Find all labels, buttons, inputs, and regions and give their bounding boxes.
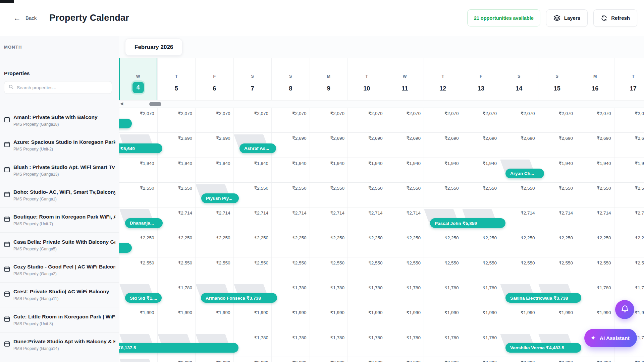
calendar-cell[interactable]: ₹2,690: [500, 133, 538, 157]
calendar-cell[interactable]: ₹2,070: [271, 108, 310, 132]
calendar-cell[interactable]: ₹2,070: [310, 108, 348, 132]
calendar-cell[interactable]: ₹1,780: [233, 332, 272, 357]
booking-bar[interactable]: [119, 119, 132, 128]
back-button[interactable]: ← Back: [13, 14, 37, 22]
calendar-cell[interactable]: ₹2,250: [195, 232, 233, 257]
calendar-cell[interactable]: ₹2,550: [614, 257, 644, 282]
property-list-item[interactable]: Crest: Private Studio| AC WiFi BalconyPM…: [0, 282, 119, 307]
calendar-cell[interactable]: ₹2,550: [500, 257, 538, 282]
calendar-cell[interactable]: ₹2,550: [157, 257, 196, 282]
calendar-cell[interactable]: ₹2,550: [233, 257, 272, 282]
calendar-cell[interactable]: ₹1,990: [195, 307, 233, 331]
calendar-cell[interactable]: ₹2,690: [538, 357, 576, 362]
calendar-cell[interactable]: ₹2,550: [614, 183, 644, 207]
calendar-cell[interactable]: ₹2,550: [500, 183, 538, 207]
opportunities-badge[interactable]: 21 opportunities available: [467, 9, 540, 26]
search-properties-input[interactable]: [17, 85, 108, 90]
calendar-cell[interactable]: ₹2,690: [271, 133, 310, 157]
calendar-cell[interactable]: ₹1,780: [462, 332, 500, 357]
calendar-cell[interactable]: ₹2,250: [500, 232, 538, 257]
property-list-item[interactable]: Azure: Spacious Studio in Koregaon Park …: [0, 133, 119, 158]
refresh-button[interactable]: Refresh: [593, 9, 637, 27]
calendar-cell[interactable]: ₹1,940: [538, 158, 576, 182]
property-list-item[interactable]: Cozy Studio - Good Feel | AC WiFi Balcon…: [0, 257, 119, 282]
property-list-item[interactable]: Amani: Private Suite with BalconyPMS Pro…: [0, 108, 119, 133]
booking-bar[interactable]: Ashraf As...: [239, 143, 276, 153]
calendar-cell[interactable]: ₹2,250: [347, 232, 386, 257]
calendar-cell[interactable]: ₹2,550: [386, 257, 424, 282]
calendar-cell[interactable]: ₹2,690: [462, 357, 500, 362]
calendar-cell[interactable]: ₹1,780: [310, 282, 348, 307]
calendar-cell[interactable]: ₹2,690: [347, 133, 386, 157]
property-list-item[interactable]: Boutique: Room in Koregaon Park WiFi, Ac…: [0, 207, 119, 232]
calendar-cell[interactable]: ₹2,550: [576, 183, 614, 207]
calendar-cell[interactable]: ₹2,690: [614, 133, 644, 157]
calendar-cell[interactable]: ₹2,250: [424, 232, 462, 257]
calendar-cell[interactable]: ₹2,070: [538, 108, 576, 132]
property-list-item[interactable]: Cute: Little Room in Koregaon Park | WiF…: [0, 307, 119, 332]
booking-bar[interactable]: Armando Fonseca ₹3,738: [201, 293, 277, 303]
calendar-cell[interactable]: ₹2,690: [271, 357, 310, 362]
booking-bar[interactable]: Sid Sid ₹1,...: [125, 293, 162, 303]
calendar-cell[interactable]: ₹2,690: [347, 357, 386, 362]
calendar-cell[interactable]: ₹2,550: [347, 183, 386, 207]
back-arrow-icon[interactable]: ←: [13, 14, 21, 22]
layers-button[interactable]: Layers: [546, 9, 588, 27]
back-label[interactable]: Back: [25, 15, 37, 21]
calendar-cell[interactable]: ₹2,550: [271, 257, 310, 282]
calendar-cell[interactable]: ₹2,250: [538, 232, 576, 257]
calendar-cell[interactable]: ₹1,780: [424, 332, 462, 357]
property-list-item[interactable]: [0, 357, 119, 362]
calendar-cell[interactable]: ₹2,690: [576, 133, 614, 157]
calendar-cell[interactable]: ₹1,780: [576, 282, 614, 307]
day-column-header-12[interactable]: T12: [424, 58, 462, 100]
calendar-cell[interactable]: ₹2,550: [271, 183, 310, 207]
booking-bar[interactable]: Dhananja...: [125, 218, 163, 228]
calendar-cell[interactable]: ₹2,714: [271, 207, 310, 232]
calendar-cell[interactable]: ₹2,250: [386, 232, 424, 257]
calendar-cell[interactable]: ₹1,940: [119, 158, 157, 182]
day-column-header-7[interactable]: S7: [233, 58, 272, 100]
booking-bar[interactable]: i ₹5,649: [119, 143, 162, 153]
day-column-header-15[interactable]: S15: [538, 58, 576, 100]
calendar-cell[interactable]: ₹2,690: [386, 357, 424, 362]
calendar-cell[interactable]: ₹2,714: [538, 207, 576, 232]
calendar-cell[interactable]: ₹2,714: [614, 207, 644, 232]
calendar-cell[interactable]: ₹2,070: [500, 108, 538, 132]
calendar-cell[interactable]: ₹2,250: [233, 232, 272, 257]
calendar-cell[interactable]: ₹1,940: [462, 158, 500, 182]
booking-bar[interactable]: Sakina Electricwala ₹3,738: [505, 293, 581, 303]
calendar-cell[interactable]: ₹1,990: [271, 307, 310, 331]
day-column-header-17[interactable]: T17: [614, 58, 644, 100]
booking-bar[interactable]: Vanshika Verma ₹4,483.5: [505, 343, 581, 353]
calendar-cell[interactable]: ₹2,714: [576, 207, 614, 232]
calendar-cell[interactable]: ₹1,990: [500, 307, 538, 331]
calendar-cell[interactable]: ₹2,550: [538, 183, 576, 207]
calendar-cell[interactable]: ₹2,550: [119, 183, 157, 207]
scrollbar-thumb[interactable]: [149, 102, 161, 106]
calendar-cell[interactable]: ₹2,690: [310, 133, 348, 157]
calendar-cell[interactable]: ₹1,940: [386, 158, 424, 182]
search-properties-box[interactable]: [4, 81, 112, 94]
calendar-cell[interactable]: ₹2,550: [386, 183, 424, 207]
calendar-cell[interactable]: ₹2,690: [195, 133, 233, 157]
calendar-cell[interactable]: ₹2,550: [576, 257, 614, 282]
calendar-cell[interactable]: ₹1,940: [614, 158, 644, 182]
calendar-cell[interactable]: ₹2,550: [157, 183, 196, 207]
calendar-cell[interactable]: ₹2,550: [233, 183, 272, 207]
calendar-cell[interactable]: ₹2,690: [195, 357, 233, 362]
booking-bar[interactable]: ₹8,137.5: [119, 343, 238, 353]
calendar-cell[interactable]: ₹2,714: [157, 207, 196, 232]
calendar-cell[interactable]: ₹1,780: [271, 282, 310, 307]
calendar-cell[interactable]: ₹2,250: [576, 232, 614, 257]
calendar-cell[interactable]: ₹1,780: [157, 282, 196, 307]
calendar-cell[interactable]: ₹1,940: [576, 158, 614, 182]
day-column-header-9[interactable]: M9: [310, 58, 348, 100]
day-column-header-5[interactable]: T5: [157, 58, 196, 100]
calendar-cell[interactable]: ₹1,940: [157, 158, 196, 182]
calendar-cell[interactable]: ₹2,250: [310, 232, 348, 257]
ai-assistant-button[interactable]: ✦ AI Assistant: [584, 329, 637, 347]
calendar-cell[interactable]: ₹1,940: [195, 158, 233, 182]
calendar-cell[interactable]: ₹1,990: [119, 307, 157, 331]
calendar-cell[interactable]: ₹2,070: [195, 108, 233, 132]
